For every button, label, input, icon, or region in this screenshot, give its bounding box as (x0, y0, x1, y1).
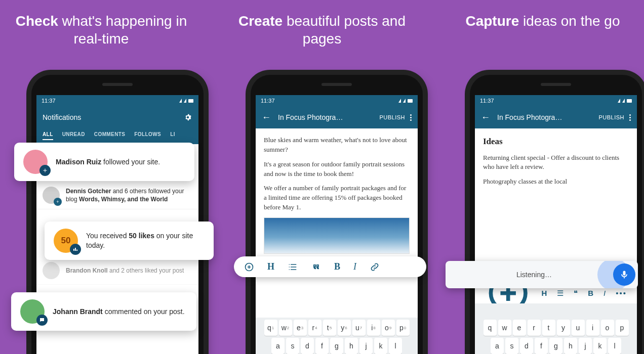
add-block-icon[interactable] (244, 262, 254, 272)
key-u[interactable]: u (572, 320, 585, 336)
mic-icon[interactable] (613, 263, 635, 286)
tab-likes[interactable]: LI (170, 131, 175, 140)
likes-avatar: 50 (54, 229, 78, 253)
back-icon[interactable]: ← (481, 112, 490, 123)
italic-button[interactable]: I (353, 261, 356, 272)
key-u[interactable]: u7 (352, 320, 366, 336)
app-bar: Notifications (36, 106, 198, 128)
status-bar: 11:37 (256, 95, 418, 106)
link-icon[interactable] (370, 262, 380, 272)
more-icon[interactable] (410, 114, 412, 121)
phone-mock-voice: 11:37 ← In Focus Photogra… PUBLISH Ideas… (470, 75, 642, 354)
publish-button[interactable]: PUBLISH (379, 114, 405, 120)
comment-badge-icon (36, 315, 48, 326)
key-k[interactable]: k (374, 338, 387, 354)
key-a[interactable]: a (491, 338, 504, 354)
key-o[interactable]: o9 (382, 320, 395, 336)
key-f[interactable]: f (315, 338, 329, 354)
key-k[interactable]: k (593, 338, 607, 354)
keyboard[interactable]: q1w2e3r4t5y6u7i8o9p0 asdfghjkl zxcvbnm ?… (256, 318, 418, 354)
italic-button[interactable]: I (603, 289, 606, 297)
follow-badge-icon: + (54, 198, 62, 206)
key-i[interactable]: i8 (367, 320, 380, 336)
key-g[interactable]: g (549, 338, 562, 354)
notification-card-follow[interactable]: Madison Ruiz followed your site. (14, 143, 194, 181)
key-t[interactable]: t (542, 320, 555, 336)
key-p[interactable]: p0 (396, 320, 410, 336)
keyboard[interactable]: qwertyuiop asdfghjkl zxcvbnm ?123 , . (475, 303, 637, 354)
notification-card-likes[interactable]: 50 You received 50 likes on your site to… (45, 222, 214, 260)
key-d[interactable]: d (301, 338, 314, 354)
tab-all[interactable]: ALL (43, 131, 53, 140)
heading-button[interactable]: H (267, 261, 274, 272)
notification-row[interactable]: Brandon Knoll and 2 others liked your po… (36, 257, 198, 285)
tab-follows[interactable]: FOLLOWS (134, 131, 161, 140)
gear-icon[interactable] (183, 113, 192, 122)
page-title: In Focus Photogra… (497, 113, 598, 121)
voice-input-bar[interactable]: Listening… (446, 261, 638, 288)
notification-tabs: ALL UNREAD COMMENTS FOLLOWS LI (36, 128, 198, 144)
avatar (20, 299, 45, 324)
key-e[interactable]: e3 (294, 320, 307, 336)
key-l[interactable]: l (608, 338, 621, 354)
key-a[interactable]: a (271, 338, 285, 354)
key-t[interactable]: t5 (323, 320, 336, 336)
key-g[interactable]: g (330, 338, 343, 354)
key-p[interactable]: p (616, 320, 629, 336)
key-w[interactable]: w2 (279, 320, 292, 336)
post-heading: Ideas (483, 136, 629, 148)
key-h[interactable]: h (564, 338, 577, 354)
post-editor[interactable]: Blue skies and warm weather, what's not … (256, 128, 418, 261)
status-bar: 11:37 (36, 95, 198, 106)
app-bar: ← In Focus Photogra… PUBLISH (475, 106, 637, 128)
key-f[interactable]: f (535, 338, 548, 354)
promo-caption-1: Check what's happening in real-time (0, 12, 203, 48)
promo-caption-3: Capture ideas on the go (441, 12, 644, 30)
key-l[interactable]: l (389, 338, 402, 354)
key-s[interactable]: s (505, 338, 518, 354)
key-e[interactable]: e (513, 320, 526, 336)
bold-button[interactable]: B (334, 261, 340, 272)
bold-button[interactable]: B (588, 289, 593, 297)
back-icon[interactable]: ← (262, 112, 271, 123)
list-icon[interactable] (288, 262, 298, 272)
heading-button[interactable]: H (541, 289, 547, 297)
status-time: 11:37 (42, 98, 56, 104)
key-j[interactable]: j (359, 338, 373, 354)
quote-icon[interactable]: ❝ (574, 289, 578, 298)
promo-caption-2: Create beautiful posts and pages (221, 12, 423, 48)
page-title: Notifications (43, 113, 183, 121)
key-j[interactable]: j (579, 338, 592, 354)
quote-icon[interactable] (311, 262, 321, 272)
key-w[interactable]: w (498, 320, 511, 336)
key-r[interactable]: r4 (308, 320, 321, 336)
key-i[interactable]: i (586, 320, 599, 336)
format-toolbar: H B I (234, 256, 426, 277)
notification-row[interactable]: + Dennis Gotcher and 6 others followed y… (36, 182, 198, 209)
key-o[interactable]: o (601, 320, 614, 336)
key-y[interactable]: y6 (338, 320, 351, 336)
tab-comments[interactable]: COMMENTS (94, 131, 126, 140)
publish-button[interactable]: PUBLISH (598, 114, 624, 120)
key-y[interactable]: y (557, 320, 570, 336)
key-r[interactable]: r (528, 320, 541, 336)
key-q[interactable]: q (484, 320, 497, 336)
notification-card-comment[interactable]: Johann Brandt commented on your post. (11, 292, 196, 331)
avatar: + (43, 187, 60, 204)
battery-icon (188, 99, 193, 103)
inserted-image[interactable] (264, 217, 410, 254)
key-s[interactable]: s (286, 338, 299, 354)
more-icon[interactable] (629, 114, 631, 121)
tab-unread[interactable]: UNREAD (62, 131, 85, 140)
key-d[interactable]: d (520, 338, 533, 354)
post-editor[interactable]: Ideas Returning client special - Offer a… (475, 128, 637, 199)
wifi-icon (184, 99, 186, 103)
page-title: In Focus Photogra… (278, 113, 379, 121)
stats-badge-icon (70, 244, 81, 255)
more-tools-icon[interactable]: ••• (616, 289, 627, 297)
signal-icon (179, 99, 182, 103)
avatar (43, 262, 60, 279)
key-h[interactable]: h (345, 338, 358, 354)
key-q[interactable]: q1 (264, 320, 277, 336)
list-icon[interactable]: ☰ (557, 289, 564, 298)
